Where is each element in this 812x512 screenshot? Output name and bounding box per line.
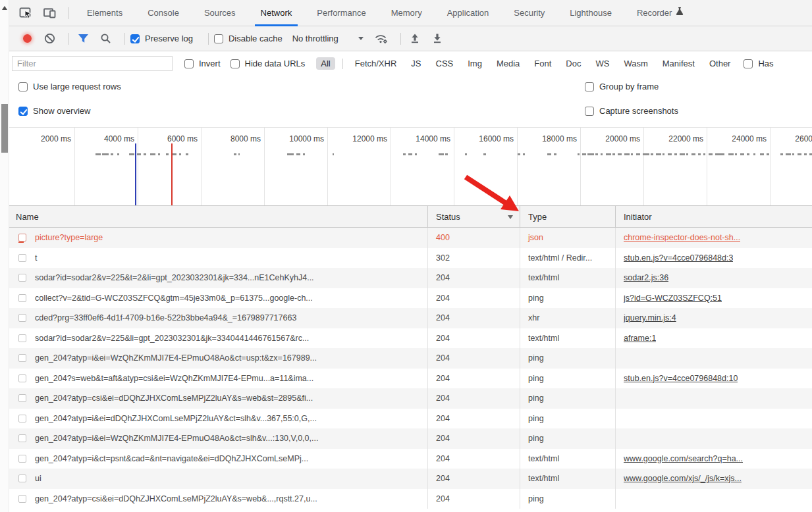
request-row[interactable]: gen_204?atyp=csi&ei=dDQhZJHXComLseMPjZ2l…: [9, 489, 812, 509]
filter-input[interactable]: [12, 56, 173, 71]
tab-application[interactable]: Application: [435, 0, 502, 26]
request-checkbox[interactable]: [18, 334, 26, 342]
request-row[interactable]: cded?prg=33ff0ef6-4d1f-4709-b16e-522b3bb…: [9, 308, 812, 328]
request-row[interactable]: gen_204?atyp=i&ei=WzQhZKmMJI7E4-EPmuO48A…: [9, 348, 812, 369]
column-label: Status: [436, 212, 460, 222]
initiator-link[interactable]: chrome-inspector-does-not-sh...: [624, 233, 740, 242]
filter-type-media[interactable]: Media: [492, 57, 524, 70]
filter-type-other[interactable]: Other: [705, 57, 736, 70]
initiator-link[interactable]: www.google.com/xjs/_/js/k=xjs...: [624, 474, 742, 483]
filter-type-ws[interactable]: WS: [591, 57, 614, 70]
request-checkbox[interactable]: [18, 234, 26, 242]
tab-performance[interactable]: Performance: [304, 0, 378, 26]
preserve-log-checkbox[interactable]: Preserve log: [130, 34, 193, 43]
request-row[interactable]: gen_204?atyp=i&ct=psnt&cad=&nt=navigate&…: [9, 449, 812, 469]
initiator-link[interactable]: jquery.min.js:4: [624, 313, 676, 322]
request-checkbox[interactable]: [18, 354, 26, 362]
request-checkbox[interactable]: [18, 455, 26, 463]
inspect-element-icon[interactable]: [16, 4, 36, 22]
filter-type-wasm[interactable]: Wasm: [619, 57, 652, 70]
request-checkbox[interactable]: [18, 495, 26, 503]
request-checkbox[interactable]: [18, 254, 26, 262]
device-toolbar-icon[interactable]: [40, 4, 59, 22]
filter-type-css[interactable]: CSS: [431, 57, 458, 70]
tab-elements[interactable]: Elements: [74, 0, 135, 26]
status-cell: 204: [428, 388, 520, 409]
activity-mark: [663, 153, 664, 155]
filter-type-all[interactable]: All: [316, 57, 335, 70]
request-checkbox[interactable]: [18, 474, 26, 482]
request-checkbox[interactable]: [18, 314, 26, 322]
throttling-select[interactable]: No throttling: [292, 34, 364, 43]
tab-label: Network: [261, 0, 292, 26]
tab-network[interactable]: Network: [248, 0, 305, 26]
search-button[interactable]: [97, 30, 115, 47]
activity-mark: [780, 153, 783, 155]
filter-type-font[interactable]: Font: [529, 57, 556, 70]
request-checkbox[interactable]: [18, 294, 26, 302]
filter-toggle-button[interactable]: [74, 30, 92, 47]
request-checkbox[interactable]: [18, 274, 26, 282]
name-cell: gen_204?atyp=csi&ei=dDQhZJHXComLseMPjZ2l…: [9, 388, 428, 409]
request-row[interactable]: gen_204?atyp=csi&ei=dDQhZJHXComLseMPjZ2l…: [9, 388, 812, 409]
scroll-up-arrow-icon[interactable]: [2, 6, 7, 10]
request-checkbox[interactable]: [18, 434, 26, 442]
request-row[interactable]: t302text/html / Redir...stub.en.js?v=4cc…: [9, 248, 812, 269]
capture-screenshots-checkbox[interactable]: Capture screenshots: [585, 106, 678, 116]
request-row[interactable]: collect?v=2&tid=G-WCZ03SZFCQ&gtm=45je33m…: [9, 288, 812, 309]
tab-recorder[interactable]: Recorder: [624, 0, 696, 26]
request-row[interactable]: ui204text/htmlwww.google.com/xjs/_/js/k=…: [9, 469, 812, 489]
network-conditions-icon[interactable]: [373, 30, 391, 47]
hide-data-urls-checkbox[interactable]: Hide data URLs: [230, 59, 306, 68]
invert-checkbox[interactable]: Invert: [184, 59, 221, 68]
request-row[interactable]: gen_204?s=web&t=aft&atyp=csi&ei=WzQhZKmM…: [9, 369, 812, 389]
activity-mark: [735, 153, 737, 155]
request-row[interactable]: gen_204?atyp=i&ei=dDQhZJHXComLseMPjZ2luA…: [9, 409, 812, 429]
has-blocked-cookies-checkbox[interactable]: Has: [744, 59, 773, 68]
tab-lighthouse[interactable]: Lighthouse: [557, 0, 624, 26]
initiator-link[interactable]: js?id=G-WCZ03SZFCQ:51: [624, 294, 722, 303]
filter-type-manifest[interactable]: Manifest: [658, 57, 699, 70]
name-cell: sodar?id=sodar2&v=225&t=2&li=gpt_2023032…: [9, 268, 428, 288]
initiator-link[interactable]: sodar2.js:36: [624, 273, 668, 282]
initiator-link[interactable]: stub.en.js?v=4cce0796848d:10: [624, 374, 738, 383]
checkbox-label: Disable cache: [229, 34, 283, 43]
export-har-button[interactable]: [429, 30, 447, 47]
tab-console[interactable]: Console: [135, 0, 192, 26]
request-row[interactable]: sodar?id=sodar2&v=225&t=2&li=gpt_2023032…: [9, 268, 812, 288]
request-checkbox[interactable]: [18, 394, 26, 402]
column-header-status[interactable]: Status: [428, 206, 520, 227]
initiator-link[interactable]: www.google.com/search?q=ha...: [624, 454, 743, 463]
type-cell: ping: [520, 388, 616, 409]
record-button[interactable]: [18, 30, 36, 47]
clear-button[interactable]: [41, 30, 59, 47]
scrollbar-thumb[interactable]: [1, 104, 8, 153]
column-header-initiator[interactable]: Initiator: [616, 206, 812, 227]
request-row[interactable]: gen_204?atyp=i&ei=WzQhZKmMJI7E4-EPmuO48A…: [9, 428, 812, 449]
initiator-cell: www.google.com/search?q=ha...: [616, 449, 812, 469]
tab-security[interactable]: Security: [501, 0, 557, 26]
tab-memory[interactable]: Memory: [379, 0, 435, 26]
network-overview[interactable]: 2000 ms4000 ms6000 ms8000 ms10000 ms1200…: [9, 127, 812, 205]
request-checkbox[interactable]: [18, 374, 26, 382]
initiator-link[interactable]: stub.en.js?v=4cce0796848d:3: [624, 253, 733, 263]
request-name: gen_204?atyp=i&ct=psnt&cad=&nt=navigate&…: [35, 454, 308, 463]
filter-type-js[interactable]: JS: [406, 57, 425, 70]
column-header-name[interactable]: Name: [9, 206, 428, 227]
initiator-link[interactable]: aframe:1: [624, 334, 656, 343]
request-row[interactable]: sodar?id=sodar2&v=225&li=gpt_2023032301&…: [9, 328, 812, 349]
column-header-type[interactable]: Type: [520, 206, 616, 227]
group-by-frame-checkbox[interactable]: Group by frame: [585, 82, 659, 91]
request-checkbox[interactable]: [18, 415, 26, 422]
filter-type-doc[interactable]: Doc: [561, 57, 585, 70]
activity-mark: [158, 153, 160, 155]
request-row[interactable]: picture?type=large400jsonchrome-inspecto…: [9, 228, 812, 248]
disable-cache-checkbox[interactable]: Disable cache: [214, 34, 283, 43]
left-scrollbar[interactable]: [0, 0, 9, 512]
show-overview-checkbox[interactable]: Show overview: [18, 106, 90, 116]
import-har-button[interactable]: [406, 30, 424, 47]
tab-sources[interactable]: Sources: [192, 0, 248, 26]
filter-type-img[interactable]: Img: [463, 57, 487, 70]
filter-type-fetch-xhr[interactable]: Fetch/XHR: [350, 57, 402, 70]
use-large-request-rows-checkbox[interactable]: Use large request rows: [18, 82, 121, 91]
